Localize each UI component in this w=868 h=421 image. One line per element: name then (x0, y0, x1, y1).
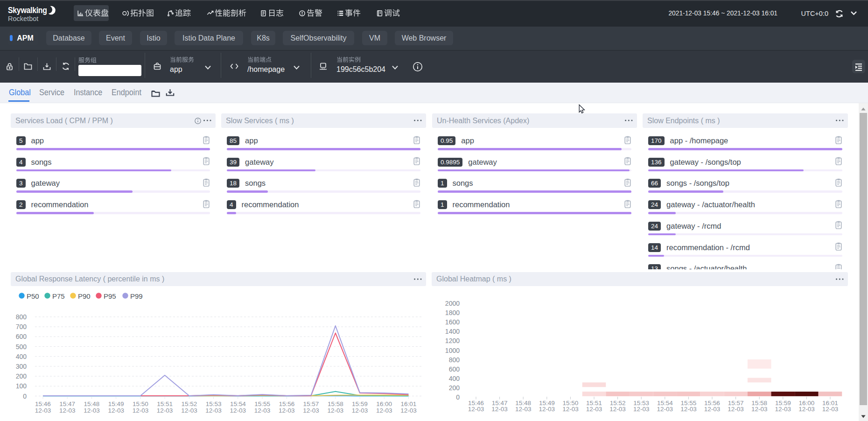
svg-text:12-03: 12-03 (400, 407, 417, 414)
svg-text:2000: 2000 (445, 300, 460, 307)
svg-text:300: 300 (16, 363, 27, 370)
svg-text:200: 200 (16, 372, 27, 380)
svg-text:12-03: 12-03 (157, 407, 173, 414)
svg-text:400: 400 (449, 375, 460, 382)
svg-text:12-03: 12-03 (376, 407, 392, 414)
svg-text:12-03: 12-03 (515, 406, 532, 413)
svg-text:12-03: 12-03 (59, 407, 76, 414)
svg-text:12-03: 12-03 (35, 407, 51, 414)
svg-text:700: 700 (16, 323, 27, 330)
svg-text:12-03: 12-03 (133, 407, 149, 414)
svg-text:600: 600 (16, 333, 27, 340)
svg-text:800: 800 (16, 313, 27, 321)
svg-text:12-03: 12-03 (279, 407, 295, 414)
svg-text:12-03: 12-03 (680, 406, 697, 413)
svg-text:12-03: 12-03 (609, 406, 626, 413)
svg-text:0: 0 (456, 393, 460, 401)
svg-text:100: 100 (16, 382, 27, 390)
svg-text:12-03: 12-03 (704, 406, 721, 413)
svg-text:0: 0 (23, 393, 27, 400)
svg-text:1800: 1800 (445, 309, 460, 316)
svg-text:12-03: 12-03 (539, 406, 555, 413)
svg-text:12-03: 12-03 (328, 407, 344, 414)
svg-text:12-03: 12-03 (798, 406, 815, 413)
svg-text:1200: 1200 (445, 337, 460, 344)
svg-text:12-03: 12-03 (491, 406, 508, 413)
svg-text:400: 400 (16, 353, 27, 360)
svg-text:12-03: 12-03 (468, 406, 484, 413)
svg-text:12-03: 12-03 (84, 407, 100, 414)
svg-text:12-03: 12-03 (633, 406, 650, 413)
svg-text:1400: 1400 (445, 328, 460, 335)
svg-text:12-03: 12-03 (822, 406, 839, 413)
svg-text:12-03: 12-03 (352, 407, 368, 414)
svg-text:12-03: 12-03 (728, 406, 744, 413)
svg-text:12-03: 12-03 (657, 406, 673, 413)
svg-text:12-03: 12-03 (254, 407, 271, 414)
svg-text:12-03: 12-03 (205, 407, 222, 414)
svg-text:12-03: 12-03 (775, 406, 791, 413)
svg-text:1600: 1600 (445, 318, 460, 326)
svg-text:12-03: 12-03 (303, 407, 319, 414)
svg-text:12-03: 12-03 (108, 407, 124, 414)
svg-text:1000: 1000 (445, 347, 460, 354)
svg-text:800: 800 (449, 356, 460, 364)
svg-text:12-03: 12-03 (562, 406, 579, 413)
svg-text:12-03: 12-03 (751, 406, 768, 413)
svg-text:500: 500 (16, 343, 27, 351)
svg-text:600: 600 (449, 365, 460, 373)
svg-text:12-03: 12-03 (586, 406, 602, 413)
svg-text:12-03: 12-03 (230, 407, 246, 414)
svg-text:200: 200 (449, 384, 460, 392)
svg-text:12-03: 12-03 (181, 407, 197, 414)
